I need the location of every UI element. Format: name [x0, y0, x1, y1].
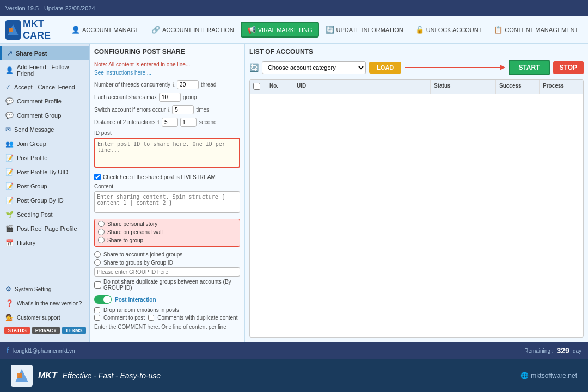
share-groups-by-id-radio[interactable]: [94, 259, 101, 266]
toggle-knob: [103, 296, 111, 303]
post-interaction-toggle[interactable]: [94, 295, 112, 304]
main-nav: 👤 ACCOUNT MANAGE 🔗 ACCOUNT INTERACTION 📢…: [66, 22, 584, 38]
globe-icon: 🌐: [520, 372, 529, 379]
sidebar-item-post-profile[interactable]: 📝 Post Profile: [0, 151, 89, 165]
header: MKT CARE 👤 ACCOUNT MANAGE 🔗 ACCOUNT INTE…: [0, 16, 588, 44]
distance-row: Distance of 2 interactions ℹ second: [94, 118, 240, 127]
radio-personal-wall: Share on personal wall: [98, 229, 236, 235]
comment-to-post-row: Comment to post Comments with duplicate …: [94, 315, 240, 321]
sidebar-item-comment-group[interactable]: 💬 Comment Group: [0, 108, 89, 122]
sidebar-bottom: ⚙ System Setting ❓ What's in the new ver…: [0, 279, 89, 339]
post-reel-icon: 🎬: [5, 225, 14, 232]
sidebar-item-customer-support[interactable]: 💁 Customer support: [0, 310, 89, 324]
sidebar-item-post-group-by-id[interactable]: 📝 Post Group By ID: [0, 193, 89, 207]
threads-info-icon: ℹ: [173, 82, 175, 88]
content-textarea[interactable]: [94, 191, 240, 213]
sidebar-item-history[interactable]: 📅 History: [0, 236, 89, 250]
account-category-select[interactable]: Choose account category: [262, 61, 366, 74]
livestream-checkbox[interactable]: [94, 174, 101, 180]
drop-emotions-checkbox[interactable]: [94, 307, 100, 313]
stop-button[interactable]: STOP: [553, 61, 584, 74]
bottom-logo-text: MKT: [38, 371, 57, 381]
bottom-logo-icon: [11, 365, 33, 387]
select-all-checkbox[interactable]: [253, 83, 260, 90]
radio-personal-wall-input[interactable]: [98, 229, 105, 235]
privacy-badge[interactable]: PRIVACY: [32, 327, 60, 334]
sidebar-item-whats-new[interactable]: ❓ What's in the new version?: [0, 296, 89, 310]
sidebar-item-send-message[interactable]: ✉ Send Message: [0, 122, 89, 137]
status-badge[interactable]: STATUS: [4, 327, 30, 334]
bottom-website: 🌐 mktsoftware.net: [520, 372, 577, 379]
nav-content-management[interactable]: 📋 CONTENT MANAGEMENT: [488, 23, 584, 36]
start-button[interactable]: START: [509, 60, 549, 75]
load-button[interactable]: LOAD: [369, 62, 401, 74]
post-profile-icon: 📝: [5, 154, 14, 162]
accept-cancel-icon: ✓: [5, 83, 11, 91]
arrow-area: [405, 67, 501, 68]
sidebar-item-add-friend[interactable]: 👤 Add Friend - Follow Friend: [0, 60, 89, 80]
version-text: Version 19.5 - Update 22/08/2024: [5, 5, 95, 11]
bottom-footer: MKT Effective - Fast - Easy-to-use 🌐 mkt…: [0, 359, 588, 392]
th-success: Success: [496, 80, 540, 94]
th-status: Status: [431, 80, 496, 94]
sidebar-item-post-profile-uid[interactable]: 📝 Post Profile By UID: [0, 165, 89, 179]
radio-share-group-label: Share to group: [107, 237, 143, 243]
max-shares-label: Each account shares max: [94, 94, 157, 100]
no-duplicate-row: Do not share duplicate groups between ac…: [94, 279, 240, 291]
nav-viral-marketing[interactable]: 📢 VIRAL MARKETING: [241, 22, 319, 38]
radio-personal-story-input[interactable]: [98, 220, 105, 227]
errors-input[interactable]: [172, 105, 194, 114]
no-duplicate-checkbox[interactable]: [94, 281, 101, 289]
max-shares-input[interactable]: [159, 93, 181, 102]
footer-left: f kongld1@phannenmkt.vn: [7, 346, 75, 355]
radio-share-types: Share personal story Share on personal w…: [94, 219, 240, 247]
threads-label: Number of threads concurrently: [94, 82, 170, 88]
right-panel: LIST OF ACCOUNTS 🔄 Choose account catego…: [245, 44, 588, 342]
whats-new-icon: ❓: [5, 299, 14, 307]
table-header: No. UID Status Success Process: [250, 80, 583, 94]
threads-input[interactable]: [177, 80, 199, 89]
terms-badge[interactable]: TERMS: [62, 327, 86, 334]
sidebar-item-system-setting[interactable]: ⚙ System Setting: [0, 282, 89, 296]
distance-input2[interactable]: [180, 118, 197, 127]
nav-update-information[interactable]: 🔄 UPDATE INFORMATION: [320, 23, 409, 36]
post-group-by-id-icon: 📝: [5, 197, 14, 204]
sidebar-item-post-reel[interactable]: 🎬 Post Reel Page Profile: [0, 222, 89, 236]
comment-to-post-checkbox[interactable]: [94, 315, 100, 321]
left-panel: CONFIGURING POST SHARE Note: All content…: [90, 44, 245, 342]
comment-hint: Enter the COMMENT here. One line of cont…: [94, 324, 240, 330]
radio-share-group: Share to group: [98, 237, 236, 243]
group-id-input[interactable]: [94, 267, 240, 277]
content-management-icon: 📋: [494, 26, 503, 34]
note-text: Note: All content is entered in one line…: [94, 62, 240, 68]
instructions-link[interactable]: See instructions here ...: [94, 70, 240, 76]
radio-personal-story: Share personal story: [98, 220, 236, 227]
nav-unlock-account[interactable]: 🔓 UNLOCK ACCOUNT: [410, 23, 488, 36]
left-panel-title: CONFIGURING POST SHARE: [94, 48, 240, 58]
sidebar-item-accept-cancel[interactable]: ✓ Accept - Cancel Friend: [0, 80, 89, 94]
comments-duplicate-checkbox[interactable]: [148, 315, 154, 321]
share-joined-groups-radio[interactable]: [94, 251, 101, 258]
sidebar-item-comment-profile[interactable]: 💬 Comment Profile: [0, 94, 89, 108]
nav-account-interaction[interactable]: 🔗 ACCOUNT INTERACTION: [146, 23, 240, 36]
seeding-post-icon: 🌱: [5, 211, 14, 218]
viral-marketing-icon: 📢: [247, 26, 256, 34]
logo-icon: [5, 20, 21, 40]
sidebar-item-post-group[interactable]: 📝 Post Group: [0, 179, 89, 193]
main-area: ↗ Share Post 👤 Add Friend - Follow Frien…: [0, 44, 588, 342]
th-checkbox: [250, 80, 266, 94]
account-interaction-icon: 🔗: [151, 26, 160, 34]
id-post-textarea[interactable]: [94, 138, 240, 168]
nav-account-manage[interactable]: 👤 ACCOUNT MANAGE: [66, 23, 145, 36]
sidebar-item-share-post[interactable]: ↗ Share Post: [0, 46, 89, 60]
distance-input1[interactable]: [162, 118, 178, 127]
distance-info-icon: ℹ: [157, 119, 160, 125]
radio-personal-story-label: Share personal story: [107, 221, 157, 227]
facebook-icon: f: [7, 346, 9, 355]
sidebar-item-seeding-post[interactable]: 🌱 Seeding Post: [0, 207, 89, 222]
radio-share-group-input[interactable]: [98, 237, 105, 243]
sidebar-item-join-group[interactable]: 👥 Join Group: [0, 137, 89, 151]
th-no: No.: [266, 80, 293, 94]
account-controls: 🔄 Choose account category LOAD START STO…: [249, 60, 584, 75]
customer-support-icon: 💁: [5, 314, 14, 321]
